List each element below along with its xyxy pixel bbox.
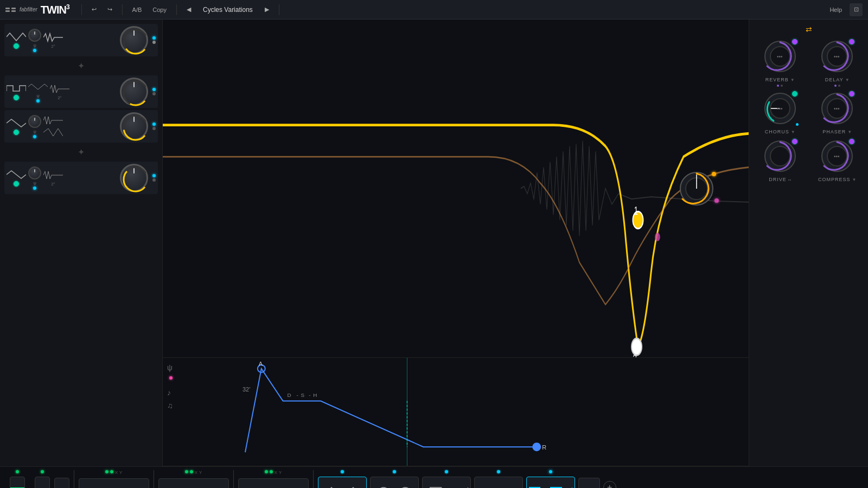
osc2-main-knob[interactable]	[120, 78, 148, 106]
compress-label: COMPRESS	[818, 177, 851, 182]
xlfo-add-button[interactable]: +	[603, 481, 616, 488]
phaser-unit: ••• PHASER ▼	[811, 91, 864, 134]
center-panel: 1 2	[163, 20, 749, 466]
osc3-wave-preview	[7, 118, 26, 129]
env-icon-1[interactable]: ψ	[167, 363, 173, 372]
phaser-knob-svg[interactable]: •••	[820, 91, 854, 126]
help-button[interactable]: Help	[826, 5, 845, 14]
osc3-tune-col: ψ	[28, 115, 41, 138]
bottom-sep-2	[154, 470, 154, 488]
xlfo1-wave-svg	[321, 482, 364, 488]
main-speed-fader[interactable]	[10, 477, 25, 488]
xy-pad-2[interactable]	[158, 478, 229, 488]
xlfo1-header	[341, 470, 344, 473]
osc3-power[interactable]	[14, 130, 19, 135]
xlfo-6-section: XLFO 6	[578, 470, 600, 488]
delay-knob-container: •••	[820, 39, 854, 75]
delay-label-row: DELAY ▼	[825, 77, 850, 82]
chorus-arrow: ▼	[791, 130, 795, 134]
main-speed-power-dot[interactable]	[16, 470, 19, 473]
osc-star-1: ✦	[4, 59, 158, 73]
xlfo6-waveform-partial[interactable]	[578, 478, 600, 488]
xlfo1-dot	[341, 470, 344, 473]
reverb-dots	[777, 85, 783, 87]
osc4-fm-preview	[43, 170, 63, 181]
osc3-main-knob[interactable]	[120, 112, 148, 140]
env-pink-dot	[169, 376, 173, 380]
preset-next-button[interactable]: ▶	[261, 5, 272, 14]
osc1-wave-preview	[7, 31, 26, 42]
xy1-dot-y[interactable]	[110, 470, 113, 473]
osc4-tune-knob[interactable]	[28, 166, 41, 179]
delay-dots	[834, 85, 840, 87]
xy-pad-1[interactable]	[79, 478, 149, 488]
xlfo4-dot	[497, 470, 500, 473]
xy2-dot-y[interactable]	[190, 470, 193, 473]
reverb-power-btn[interactable]	[792, 39, 797, 44]
reverb-arrow: ▼	[790, 78, 795, 82]
drive-knob-svg[interactable]	[763, 139, 797, 174]
ab-button[interactable]: A/B	[129, 5, 145, 14]
logo-dot-4	[11, 10, 16, 12]
svg-text:32': 32'	[242, 386, 250, 393]
osc1-power[interactable]	[14, 43, 19, 49]
drive-power-btn[interactable]	[792, 139, 797, 144]
reverb-knob-svg[interactable]: •••	[763, 39, 797, 74]
chorus-knob-svg[interactable]: •••	[763, 91, 797, 126]
xlfo2-waveform[interactable]	[370, 477, 419, 488]
env-icon-2[interactable]: ♪	[167, 388, 173, 397]
xlfo1-waveform[interactable]	[318, 477, 367, 488]
xlfo-1-section: XLFO 1 ▼	[318, 470, 367, 488]
osc4-main-knob[interactable]	[120, 164, 148, 192]
xy-pad-3[interactable]	[238, 478, 309, 488]
xlfo-2-section: XLFO 2 ▼	[370, 470, 419, 488]
osc2-power[interactable]	[14, 95, 19, 100]
osc3-tune-knob[interactable]	[28, 115, 41, 128]
phaser-label-row: PHASER ▼	[822, 129, 852, 134]
osc1-tune-knob[interactable]	[28, 29, 41, 42]
osc4-mod-dot	[33, 187, 36, 190]
osc3-dot2	[152, 127, 156, 130]
chorus-power-btn[interactable]	[792, 91, 797, 97]
separator-2	[122, 4, 123, 15]
right-panel: ⇄ ••• REVERB ▼	[749, 20, 868, 466]
xlfo5-waveform[interactable]	[526, 477, 575, 488]
svg-point-11	[655, 233, 660, 241]
svg-text:H: H	[313, 392, 317, 398]
oscillator-2: ψ 2°	[4, 75, 158, 108]
osc2-mod-dot	[36, 99, 40, 102]
corner-button[interactable]: ⊡	[850, 3, 863, 16]
delay-label: DELAY	[825, 77, 844, 82]
osc1-main-knob[interactable]	[120, 26, 148, 54]
undo-button[interactable]: ↩	[88, 5, 100, 14]
xlfo3-waveform[interactable]	[422, 477, 471, 488]
preset-prev-button[interactable]: ◀	[183, 5, 194, 14]
xlfo5-dot	[549, 470, 552, 473]
compress-knob-svg[interactable]: •••	[820, 139, 854, 174]
retrig-fader[interactable]	[54, 478, 69, 488]
drive-knob-container	[763, 139, 797, 175]
xlfo4-waveform[interactable]	[474, 477, 523, 488]
logo-brand: fabfilter	[20, 7, 37, 12]
delay-knob-svg[interactable]: •••	[820, 39, 854, 74]
xlfo2-dot	[393, 470, 396, 473]
env-icon-3[interactable]: ♫	[167, 401, 173, 410]
redo-button[interactable]: ↪	[104, 5, 116, 14]
xy2-dot-x[interactable]	[185, 470, 188, 473]
xy1-dot-x[interactable]	[105, 470, 108, 473]
osc4-power[interactable]	[14, 181, 19, 187]
xy3-label-y: Y	[279, 470, 282, 475]
main-speed-section: Main Speed	[4, 470, 30, 488]
osc2-dot-cyan	[152, 88, 156, 91]
svg-text:-: -	[309, 392, 310, 398]
xlfo4-wave-svg	[477, 482, 520, 488]
xy2-dots: X Y	[185, 470, 202, 475]
xy3-dot-x[interactable]	[265, 470, 268, 473]
glitch-p-section: Glitch P	[34, 470, 51, 488]
separator-3	[176, 4, 177, 15]
chorus-knob-container: •••	[763, 91, 797, 127]
glitch-p-fader[interactable]	[35, 477, 50, 488]
copy-button[interactable]: Copy	[149, 5, 170, 14]
xy3-dot-y[interactable]	[270, 470, 273, 473]
glitch-p-power-dot[interactable]	[41, 470, 44, 473]
